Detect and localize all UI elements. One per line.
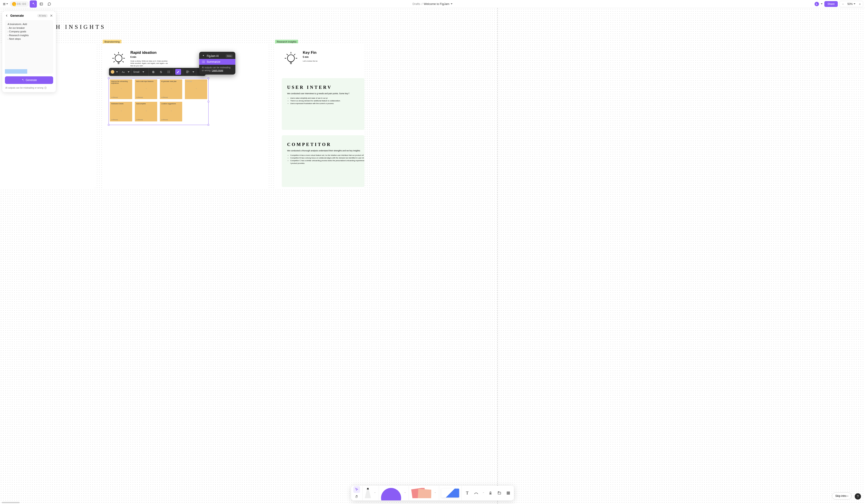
skip-intro-button[interactable]: Skip intro › [832, 492, 852, 500]
timer-pill[interactable]: 06:00 [10, 1, 29, 7]
timer-emoji-icon [12, 2, 16, 6]
learn-more-link[interactable]: Learn more [212, 69, 223, 72]
bullet-list-button[interactable] [166, 69, 172, 75]
avatar[interactable]: L [815, 2, 819, 6]
gen-title: Generate [10, 14, 35, 17]
resize-handle[interactable] [108, 124, 109, 126]
chevron-down-icon[interactable] [193, 71, 194, 72]
ai-sparkle-button[interactable] [30, 0, 37, 8]
gen-footer: AI outputs can be misleading or wrong [2, 86, 56, 92]
font-group: Aa [120, 68, 131, 76]
gen-prompt-text: A brainstorm. Add - An ice breaker - Com… [8, 22, 50, 41]
horizontal-scrollbar[interactable] [2, 502, 20, 503]
svg-point-24 [202, 61, 203, 61]
hand-tool[interactable] [354, 493, 360, 500]
chevron-up-icon[interactable]: ⌃ [403, 492, 407, 495]
svg-rect-43 [507, 492, 510, 494]
svg-line-12 [123, 61, 124, 62]
breadcrumb-current[interactable]: Welcome to FigJam [424, 2, 449, 5]
text-cursor-selection [5, 69, 27, 74]
research-text: Key Fin 5 min Let's review the ke [303, 50, 318, 66]
menu-button[interactable] [2, 0, 9, 8]
sticky-tools: ⌃ [409, 486, 439, 501]
generate-panel: Generate AI beta A brainstorm. Add - An … [2, 11, 56, 92]
brainstorm-desc: Grab a sticky. Write an idea on it. Grab… [130, 60, 171, 67]
interviews-card[interactable]: USER INTERV We conducted user interviews… [282, 78, 365, 130]
sticky-tool[interactable] [411, 488, 431, 498]
sticky-note[interactable]: Location suggestionsLiz (Persona) [160, 102, 182, 121]
highlight-button[interactable] [175, 69, 181, 75]
zoom-level[interactable]: 50% [846, 2, 857, 5]
sticky-note[interactable]: Add a bulk input featuresLiz (Persona) [135, 80, 157, 99]
svg-point-26 [202, 62, 203, 62]
summarize-menuitem[interactable]: Summarize [199, 59, 235, 65]
info-icon[interactable] [44, 86, 47, 89]
gen-badge: AI beta [37, 14, 48, 17]
bold-button[interactable]: B [150, 69, 156, 75]
shape-tools: ⌃ [379, 486, 409, 501]
widget-tool[interactable] [441, 489, 459, 497]
gen-prompt-input[interactable]: A brainstorm. Add - An ice breaker - Com… [5, 20, 53, 74]
sticky-note-empty[interactable]: Add text [185, 80, 207, 99]
sticky-note[interactable]: Multiselect DeleteLiz (Persona) [110, 102, 132, 121]
fill-color-swatch[interactable] [111, 70, 114, 74]
text-tool[interactable]: T [464, 490, 471, 496]
style-group: B S [149, 68, 173, 76]
draw-tools: ⌃ [362, 486, 379, 501]
sticky-note[interactable]: AI generate meal planLiz (Persona) [160, 80, 182, 99]
text-toolbar: Aa Small B S [109, 68, 206, 76]
chevron-down-icon [142, 71, 144, 72]
svg-rect-19 [186, 71, 188, 71]
sticky-note[interactable]: Improve the onboarding experienceLiz (Pe… [110, 80, 132, 99]
chevron-up-icon[interactable]: ⌃ [373, 492, 377, 495]
svg-line-33 [294, 54, 295, 55]
chevron-up-icon[interactable]: ⌃ [482, 492, 485, 495]
breadcrumb-root[interactable]: Drafts [413, 2, 420, 5]
panel-button[interactable] [38, 0, 45, 8]
stamp-tool[interactable] [487, 490, 494, 496]
sparkle-icon [202, 55, 205, 58]
back-icon[interactable] [5, 14, 8, 17]
sticky-grid: Improve the onboarding experienceLiz (Pe… [108, 78, 209, 123]
help-button[interactable]: ? [855, 493, 861, 500]
svg-point-30 [287, 55, 295, 62]
connector-tool[interactable] [473, 490, 480, 496]
chevron-down-icon[interactable] [451, 3, 452, 4]
svg-point-5 [115, 55, 122, 62]
align-button[interactable] [185, 69, 191, 75]
pen-tool[interactable] [365, 488, 371, 498]
ctx-header: FigJam AI Beta [199, 53, 235, 59]
zoom-controls: − 50% + [840, 1, 863, 7]
font-family-select[interactable]: Aa [122, 71, 129, 73]
svg-point-39 [490, 492, 491, 493]
chevron-down-icon[interactable] [116, 71, 118, 72]
toolbar-left: 06:00 [2, 0, 53, 8]
resize-handle[interactable] [208, 124, 209, 126]
comment-button[interactable] [46, 0, 53, 8]
bottom-toolbar: ⌃ ⌃ ⌃ T ⌃ [351, 486, 514, 501]
competitor-card[interactable]: COMPETITOR We conducted a thorough analy… [282, 135, 365, 187]
svg-rect-0 [3, 3, 5, 3]
interviews-list: Users value simplicity and ease of use i… [287, 97, 365, 105]
table-tool[interactable] [505, 490, 512, 496]
chevron-down-icon[interactable] [821, 3, 822, 4]
close-icon[interactable] [50, 14, 53, 17]
sticky-note[interactable]: AutocompleteLiz (Persona) [135, 102, 157, 121]
generate-button[interactable]: Generate [5, 76, 53, 84]
chevron-down-icon [854, 3, 855, 4]
brainstorm-heading: Rapid ideation [130, 50, 171, 55]
interviews-para: We conducted user interviews to g needs … [287, 92, 365, 95]
zoom-in-button[interactable]: + [857, 1, 863, 7]
zoom-out-button[interactable]: − [840, 1, 846, 7]
brainstorm-header: Rapid ideation 6 min Grab a sticky. Writ… [111, 50, 171, 67]
share-button[interactable]: Share [824, 1, 838, 7]
font-size-select[interactable]: Small [133, 71, 147, 73]
chevron-up-icon[interactable]: ⌃ [434, 492, 437, 495]
shape-tool[interactable] [381, 488, 401, 498]
sticky-dot-icon [146, 111, 147, 111]
strikethrough-button[interactable]: S [158, 69, 164, 75]
canvas[interactable]: H INSIGHTS Brainstorming Rapid ideation … [0, 8, 865, 504]
sticky-dot-icon [171, 111, 172, 111]
select-tool[interactable] [354, 486, 360, 493]
section-tool[interactable] [496, 490, 503, 496]
